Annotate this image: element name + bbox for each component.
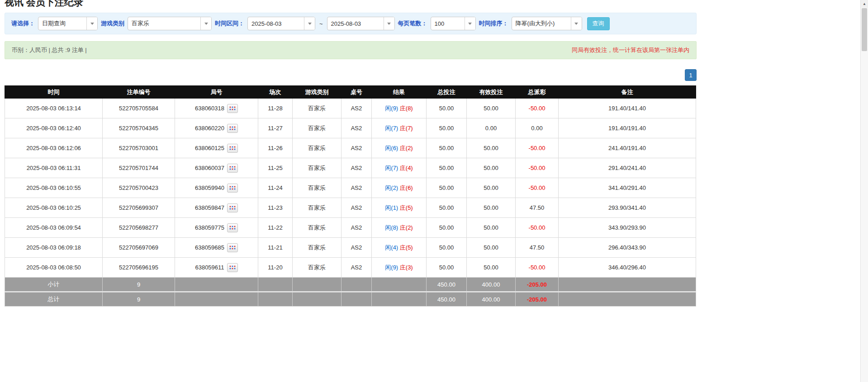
result-banker: 庄(4) [400, 165, 413, 171]
cell-total-bet[interactable]: 50.00 [427, 238, 467, 258]
cell-valid-bet: 0.00 [467, 118, 516, 138]
cell-total-bet[interactable]: 50.00 [427, 198, 467, 218]
cell-total-bet[interactable]: 50.00 [427, 178, 467, 198]
result-banker: 庄(5) [400, 244, 413, 251]
cell-result: 闲(6) 庄(2) [372, 138, 427, 158]
page-1-button[interactable]: 1 [685, 69, 697, 81]
query-type-value[interactable]: 日期查询 [38, 17, 86, 30]
round-id-text: 638060318 [195, 105, 224, 112]
date-to-value[interactable]: 2025-08-03 [327, 17, 384, 30]
roadmap-icon [229, 106, 236, 111]
cell-session: 11-23 [258, 198, 293, 218]
cell-total-bet[interactable]: 50.00 [427, 158, 467, 178]
cell-valid-bet: 50.00 [467, 138, 516, 158]
roadmap-icon-button[interactable] [227, 263, 238, 272]
roadmap-icon-button[interactable] [227, 243, 238, 252]
cell-bet-id: 522705705584 [103, 99, 175, 118]
result-player: 闲(2) [385, 184, 398, 191]
round-id-text: 638060037 [195, 165, 224, 171]
scrollbar[interactable]: ▲ [860, 0, 868, 382]
roadmap-icon-button[interactable] [227, 144, 238, 153]
result-banker: 庄(7) [400, 125, 413, 132]
roadmap-icon-button[interactable] [227, 223, 238, 232]
date-from-picker[interactable]: 2025-08-03 [247, 17, 315, 30]
grand-total-row: 总计 9 450.00 400.00 -205.00 [5, 292, 696, 307]
result-player: 闲(9) [385, 105, 398, 112]
subtotal-label: 小计 [5, 278, 103, 292]
date-range-separator: ~ [318, 20, 324, 27]
cell-bet-id: 522705699307 [103, 198, 175, 218]
page-size-combobox[interactable]: 100 [431, 17, 476, 30]
result-player: 闲(9) [385, 264, 398, 271]
cell-remark: 296.40/343.90 [559, 238, 696, 258]
roadmap-icon-button[interactable] [227, 203, 238, 212]
cell-total-bet[interactable]: 50.00 [427, 218, 467, 238]
select-label: 请选择： [11, 19, 35, 28]
query-type-dropdown-button[interactable] [86, 17, 97, 30]
page-size-value[interactable]: 100 [431, 17, 465, 30]
cell-total-bet[interactable]: 50.00 [427, 118, 467, 138]
game-type-value[interactable]: 百家乐 [128, 17, 200, 30]
cell-total-bet[interactable]: 50.00 [427, 138, 467, 158]
cell-remark: 341.40/291.40 [559, 178, 696, 198]
result-banker: 庄(8) [400, 105, 413, 112]
roadmap-icon-button[interactable] [227, 124, 238, 133]
date-to-picker[interactable]: 2025-08-03 [327, 17, 395, 30]
query-button[interactable]: 查询 [587, 17, 610, 30]
grand-total-label: 总计 [5, 292, 103, 307]
page-size-dropdown-button[interactable] [465, 17, 475, 30]
cell-session: 11-27 [258, 118, 293, 138]
game-type-combobox[interactable]: 百家乐 [128, 17, 212, 30]
table-row: 2025-08-03 06:08:50 522705696195 6380596… [5, 258, 696, 278]
cell-valid-bet: 50.00 [467, 158, 516, 178]
cell-result: 闲(2) 庄(6) [372, 178, 427, 198]
sort-order-value[interactable]: 降幂(由大到小) [512, 17, 571, 30]
cell-time: 2025-08-03 06:12:06 [5, 138, 103, 158]
cell-round-id: 638060318 [175, 99, 258, 118]
query-type-combobox[interactable]: 日期查询 [38, 17, 98, 30]
round-id-text: 638060125 [195, 145, 224, 151]
cell-bet-id: 522705698277 [103, 218, 175, 238]
result-player: 闲(6) [385, 145, 398, 151]
cell-remark: 191.40/191.40 [559, 118, 696, 138]
cell-payout: -50.00 [516, 138, 559, 158]
date-from-value[interactable]: 2025-08-03 [248, 17, 304, 30]
cell-game-type: 百家乐 [293, 178, 342, 198]
cell-result: 闲(9) 庄(8) [372, 99, 427, 118]
cell-total-bet[interactable]: 50.00 [427, 258, 467, 278]
grand-total-payout: -205.00 [516, 292, 559, 307]
result-banker: 庄(2) [400, 145, 413, 151]
roadmap-icon [229, 165, 236, 170]
page-title: 视讯 会员下注纪录 [5, 0, 697, 9]
main-content: 视讯 会员下注纪录 请选择： 日期查询 游戏类别 百家乐 时间区间： 2025-… [5, 0, 697, 307]
roadmap-icon [229, 146, 236, 151]
roadmap-icon-button[interactable] [227, 184, 238, 193]
roadmap-icon [229, 265, 236, 270]
cell-round-id: 638060220 [175, 118, 258, 138]
cell-payout: -50.00 [516, 99, 559, 118]
result-banker: 庄(3) [400, 264, 413, 271]
scrollbar-thumb[interactable] [862, 8, 867, 51]
table-row: 2025-08-03 06:11:31 522705701744 6380600… [5, 158, 696, 178]
cell-round-id: 638059685 [175, 238, 258, 258]
cell-result: 闲(1) 庄(5) [372, 198, 427, 218]
table-row: 2025-08-03 06:10:25 522705699307 6380598… [5, 198, 696, 218]
roadmap-icon-button[interactable] [227, 164, 238, 173]
col-header-result: 结果 [372, 86, 427, 99]
chevron-down-icon [468, 23, 472, 25]
roadmap-icon-button[interactable] [227, 104, 238, 113]
game-type-dropdown-button[interactable] [200, 17, 211, 30]
cell-table-no: AS2 [342, 118, 372, 138]
sort-order-combobox[interactable]: 降幂(由大到小) [512, 17, 582, 30]
cell-payout: -50.00 [516, 258, 559, 278]
cell-payout: 0.00 [516, 118, 559, 138]
chevron-down-icon [90, 23, 94, 25]
scrollbar-up-arrow-icon[interactable]: ▲ [861, 0, 868, 8]
cell-time: 2025-08-03 06:13:14 [5, 99, 103, 118]
date-to-dropdown-button[interactable] [384, 17, 394, 30]
sort-order-dropdown-button[interactable] [571, 17, 582, 30]
cell-total-bet[interactable]: 50.00 [427, 99, 467, 118]
cell-session: 11-21 [258, 238, 293, 258]
table-body: 2025-08-03 06:13:14 522705705584 6380603… [5, 99, 696, 278]
date-from-dropdown-button[interactable] [304, 17, 315, 30]
